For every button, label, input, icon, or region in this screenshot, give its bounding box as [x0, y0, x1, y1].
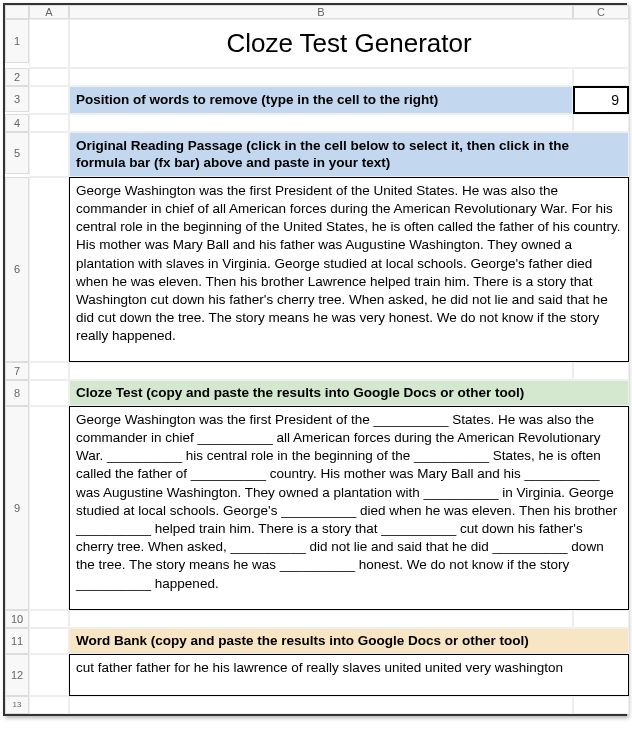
row-header-5[interactable]: 5 [5, 132, 29, 174]
cell-b2[interactable] [69, 68, 573, 86]
cell-a4[interactable] [29, 114, 69, 132]
wordbank-output-cell[interactable]: cut father father for he his lawrence of… [69, 654, 629, 696]
cell-a9[interactable] [29, 406, 69, 610]
row-header-1[interactable]: 1 [5, 19, 29, 63]
row-header-11[interactable]: 11 [5, 628, 29, 654]
cell-a3[interactable] [29, 86, 69, 114]
cell-b13[interactable] [69, 696, 573, 714]
original-label[interactable]: Original Reading Passage (click in the c… [69, 132, 629, 177]
spreadsheet-grid: A B C 1 Cloze Test Generator 2 3 Positio… [3, 3, 627, 716]
row-header-12[interactable]: 12 [5, 654, 29, 696]
row-header-6[interactable]: 6 [5, 177, 29, 362]
cell-a13[interactable] [29, 696, 69, 714]
cloze-output-cell[interactable]: George Washington was the first Presiden… [69, 406, 629, 610]
cell-c4[interactable] [573, 114, 629, 132]
page-title[interactable]: Cloze Test Generator [69, 19, 629, 68]
cell-a8[interactable] [29, 380, 69, 406]
cell-a10[interactable] [29, 610, 69, 628]
col-header-c[interactable]: C [573, 5, 629, 19]
cell-a5[interactable] [29, 132, 69, 177]
row-header-8[interactable]: 8 [5, 380, 29, 406]
cloze-label[interactable]: Cloze Test (copy and paste the results i… [69, 380, 629, 406]
position-value-input[interactable]: 9 [573, 86, 629, 114]
cell-c13[interactable] [573, 696, 629, 714]
row-header-3[interactable]: 3 [5, 86, 29, 112]
cell-b4[interactable] [69, 114, 573, 132]
col-header-a[interactable]: A [29, 5, 69, 19]
row-header-2[interactable]: 2 [5, 68, 29, 86]
original-passage-cell[interactable]: George Washington was the first Presiden… [69, 177, 629, 362]
cell-b10[interactable] [69, 610, 573, 628]
cell-b7[interactable] [69, 362, 573, 380]
row-header-4[interactable]: 4 [5, 114, 29, 132]
cell-a7[interactable] [29, 362, 69, 380]
cell-a2[interactable] [29, 68, 69, 86]
row-header-13[interactable]: 13 [5, 696, 29, 714]
corner-select-all[interactable] [5, 5, 29, 19]
cell-c10[interactable] [573, 610, 629, 628]
cell-a6[interactable] [29, 177, 69, 362]
cell-c2[interactable] [573, 68, 629, 86]
row-header-7[interactable]: 7 [5, 362, 29, 380]
cell-a11[interactable] [29, 628, 69, 654]
col-header-b[interactable]: B [69, 5, 573, 19]
wordbank-label[interactable]: Word Bank (copy and paste the results in… [69, 628, 629, 654]
cell-a12[interactable] [29, 654, 69, 696]
cell-a1[interactable] [29, 19, 69, 68]
row-header-9[interactable]: 9 [5, 406, 29, 610]
cell-c7[interactable] [573, 362, 629, 380]
row-header-10[interactable]: 10 [5, 610, 29, 628]
position-label[interactable]: Position of words to remove (type in the… [69, 86, 573, 114]
